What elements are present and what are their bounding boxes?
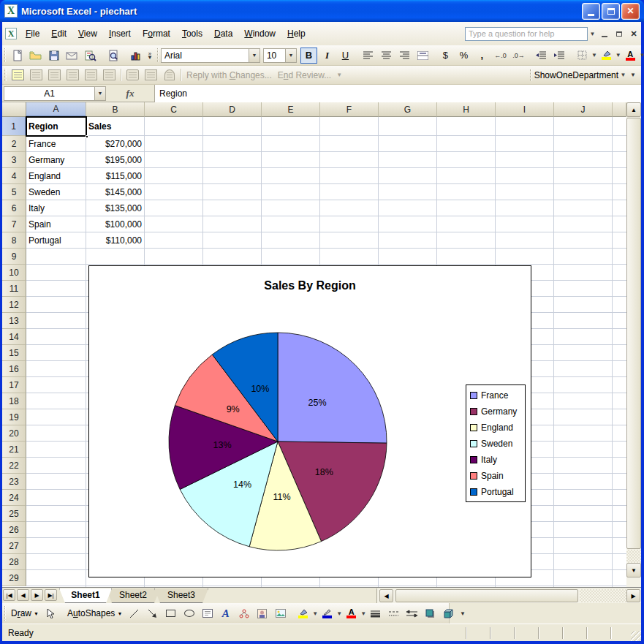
row-header-11[interactable]: 11 <box>2 281 26 297</box>
column-header-F[interactable]: F <box>320 102 379 117</box>
wordart-button[interactable]: A <box>217 605 234 621</box>
legend-item-portugal[interactable]: Portugal <box>470 484 525 500</box>
cell-A7[interactable]: Spain <box>26 216 86 232</box>
row-header-19[interactable]: 19 <box>2 409 26 425</box>
row-header-20[interactable]: 20 <box>2 425 26 442</box>
comma-style-button[interactable]: , <box>474 48 490 64</box>
column-header-C[interactable]: C <box>145 102 203 117</box>
cell-B4[interactable]: $115,000 <box>86 168 144 183</box>
menu-tools[interactable]: Tools <box>176 26 208 42</box>
cell-B6[interactable]: $135,000 <box>86 200 144 216</box>
decrease-indent-button[interactable] <box>533 48 550 64</box>
cell-A3[interactable]: Germany <box>26 152 86 167</box>
row-header-14[interactable]: 14 <box>2 329 26 345</box>
vertical-scrollbar[interactable]: ▲ ▼ <box>626 102 641 587</box>
diagram-button[interactable] <box>235 605 252 621</box>
close-button[interactable]: ✕ <box>621 3 640 20</box>
chart-wizard-button[interactable] <box>127 48 144 64</box>
cell-B3[interactable]: $195,000 <box>86 152 144 167</box>
toolbar-options-chevron[interactable]: »▼ <box>145 52 155 59</box>
show-comment-button[interactable] <box>64 67 81 83</box>
name-box[interactable]: A1 ▼ <box>4 86 106 101</box>
cell-B8[interactable]: $110,000 <box>86 232 144 248</box>
cell-A5[interactable]: Sweden <box>26 184 86 200</box>
font-name-dropdown-icon[interactable]: ▼ <box>249 49 260 62</box>
legend-item-england[interactable]: England <box>470 420 525 436</box>
menu-data[interactable]: Data <box>208 26 238 42</box>
menu-file[interactable]: File <box>20 26 45 42</box>
menu-edit[interactable]: Edit <box>45 26 72 42</box>
line-color-button[interactable] <box>319 605 336 621</box>
font-color-dropdown-icon[interactable]: ▼ <box>360 607 366 621</box>
end-review-button[interactable]: End Review... <box>275 70 334 80</box>
dash-style-button[interactable] <box>385 605 402 621</box>
font-size-dropdown-icon[interactable]: ▼ <box>285 49 296 62</box>
row-header-4[interactable]: 4 <box>2 168 26 184</box>
row-header-9[interactable]: 9 <box>2 249 26 265</box>
row-header-2[interactable]: 2 <box>2 136 26 152</box>
row-header-21[interactable]: 21 <box>2 442 26 458</box>
first-sheet-button[interactable]: |◀ <box>3 589 15 601</box>
cell-A8[interactable]: Portugal <box>26 232 86 248</box>
bold-button[interactable]: B <box>300 48 317 64</box>
underline-button[interactable]: U <box>337 48 354 64</box>
column-header-E[interactable]: E <box>262 102 320 117</box>
align-right-button[interactable] <box>396 48 413 64</box>
toolbar-grip[interactable] <box>4 69 7 82</box>
name-box-dropdown-icon[interactable]: ▼ <box>94 87 105 100</box>
search-button[interactable] <box>82 48 99 64</box>
row-header-13[interactable]: 13 <box>2 313 26 329</box>
line-color-dropdown-icon[interactable]: ▼ <box>336 607 342 621</box>
help-search-input[interactable] <box>465 27 588 41</box>
rectangle-button[interactable] <box>162 605 179 621</box>
toolbar-grip[interactable] <box>4 48 6 62</box>
legend-item-italy[interactable]: Italy <box>470 452 525 468</box>
row-header-6[interactable]: 6 <box>2 200 26 216</box>
new-workbook-button[interactable] <box>9 48 26 64</box>
borders-dropdown-icon[interactable]: ▼ <box>591 48 597 62</box>
email-button[interactable] <box>64 48 80 64</box>
italic-button[interactable]: I <box>319 48 336 64</box>
row-header-16[interactable]: 16 <box>2 361 26 377</box>
arrow-button[interactable] <box>144 605 161 621</box>
reply-with-changes-button[interactable]: Reply with Changes... <box>183 70 275 80</box>
row-header-25[interactable]: 25 <box>2 506 26 522</box>
legend-item-france[interactable]: France <box>470 387 525 404</box>
cell-B7[interactable]: $100,000 <box>86 216 144 232</box>
menu-window[interactable]: Window <box>238 26 281 42</box>
minimize-button[interactable] <box>582 3 600 20</box>
last-sheet-button[interactable]: ▶| <box>45 589 57 601</box>
text-box-button[interactable] <box>199 605 216 621</box>
fill-color-dropdown-icon[interactable]: ▼ <box>312 607 318 621</box>
row-header-23[interactable]: 23 <box>2 474 26 490</box>
legend-item-spain[interactable]: Spain <box>470 468 525 484</box>
column-header-B[interactable]: B <box>86 102 145 117</box>
sheet-tab-sheet3[interactable]: Sheet3 <box>154 588 208 603</box>
cell-A2[interactable]: France <box>26 136 86 151</box>
new-comment-button[interactable] <box>10 67 26 83</box>
font-color-dropdown-icon[interactable]: ▼ <box>640 48 644 62</box>
show-all-comments-button[interactable] <box>83 67 99 83</box>
vertical-scroll-track[interactable] <box>626 550 641 563</box>
row-header-28[interactable]: 28 <box>2 554 26 570</box>
shadow-style-button[interactable] <box>422 605 439 621</box>
column-header-I[interactable]: I <box>496 102 554 117</box>
font-color-button[interactable]: A <box>622 48 639 64</box>
row-header-29[interactable]: 29 <box>2 570 26 586</box>
row-header-17[interactable]: 17 <box>2 377 26 393</box>
fill-color-button[interactable] <box>295 605 311 621</box>
delete-comment-button[interactable] <box>101 67 118 83</box>
insert-function-button[interactable]: fx <box>106 86 154 102</box>
merge-center-button[interactable] <box>414 48 431 64</box>
column-header-G[interactable]: G <box>379 102 437 117</box>
print-preview-button[interactable] <box>105 48 121 64</box>
row-header-8[interactable]: 8 <box>2 232 26 249</box>
toolbar-options-chevron[interactable]: ▼ <box>334 73 344 77</box>
font-size-combo[interactable]: 10 ▼ <box>263 48 297 63</box>
line-button[interactable] <box>126 605 143 621</box>
workbook-minimize-button[interactable] <box>599 28 610 39</box>
workbook-restore-button[interactable] <box>613 28 625 39</box>
title-bar[interactable]: X Microsoft Excel - piechart ✕ <box>0 0 644 22</box>
sheet-tab-sheet1[interactable]: Sheet1 <box>59 588 112 603</box>
column-header-J[interactable]: J <box>554 102 613 117</box>
